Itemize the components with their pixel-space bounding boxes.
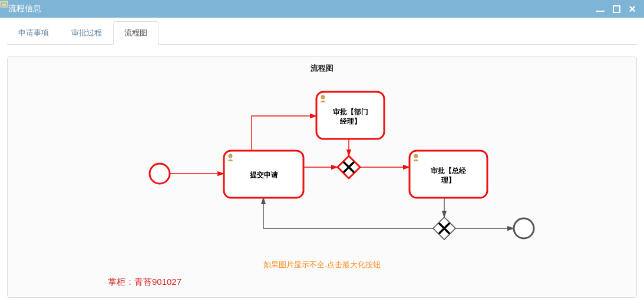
edge-gateway2-submit [263,198,433,228]
task-label: 经理】 [339,117,361,125]
diagram-canvas: 提交申请审批【部门经理】审批【总经理】 [8,77,636,254]
tab-approval-process[interactable]: 审批过程 [60,21,113,44]
window-titlebar: 流程信息 × [0,0,644,18]
flowchart-panel: 流程图 提交申请审批【部门经理】审批【总经理】 如果图片显示不全,点击最大化按钮… [7,57,637,298]
maximize-hint-link[interactable]: 如果图片显示不全,点击最大化按钮 [263,260,381,269]
start-node[interactable] [150,164,170,184]
tab-flowchart[interactable]: 流程图 [113,21,158,45]
content-area: 申请事项 审批过程 流程图 流程图 提交申请审批【部门经理】审批【总经理】 如果… [0,21,644,298]
task-node-approve_dept[interactable]: 审批【部门经理】 [316,92,384,139]
svg-point-5 [229,154,233,158]
hint-text: 如果图片显示不全,点击最大化按钮 [8,260,636,270]
minimize-icon[interactable] [596,5,605,13]
titlebar-left: 流程信息 [5,4,41,14]
window-title: 流程信息 [8,4,41,14]
task-label: 审批【总经 [431,167,467,175]
task-label: 提交申请 [249,171,278,179]
svg-point-7 [321,95,325,99]
gateway-node-gateway1[interactable] [338,156,360,178]
maximize-icon[interactable] [613,5,620,13]
svg-point-10 [414,154,418,158]
close-icon[interactable]: × [629,5,636,13]
task-label: 审批【部门 [333,108,368,116]
watermark-text: 掌柜：青苔901027 [108,277,181,288]
tab-apply[interactable]: 申请事项 [7,21,60,44]
panel-title: 流程图 [8,57,636,77]
task-node-submit[interactable]: 提交申请 [224,151,303,198]
gateway-node-gateway2[interactable] [433,217,455,240]
window-controls: × [596,5,639,13]
flowchart-svg: 提交申请审批【部门经理】审批【总经理】 [8,77,632,254]
tab-bar: 申请事项 审批过程 流程图 [7,21,637,45]
task-label: 理】 [441,176,455,184]
edge-submit-approve_dept [252,116,316,151]
end-node[interactable] [514,218,534,238]
task-node-approve_gm[interactable]: 审批【总经理】 [409,151,487,198]
